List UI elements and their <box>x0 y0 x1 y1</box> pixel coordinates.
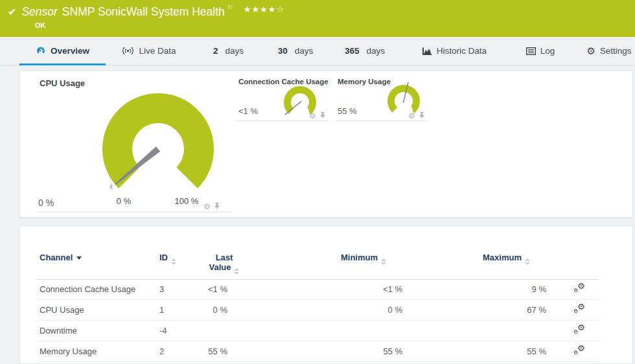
active-tab-underline <box>19 63 106 65</box>
sensor-kind-label: Sensor <box>21 5 57 19</box>
tab-365-days-unit: days <box>367 46 386 56</box>
gears-icon-small: ⚙ <box>573 309 578 314</box>
gauges-panel: CPU Usage x̄ 0 % 100 % 0 % ⚙ Connection … <box>19 70 633 218</box>
channel-maximum: 55 % <box>433 341 546 361</box>
channels-panel: Channel ID Last Value Minimum Maximum Co… <box>19 225 633 364</box>
tab-log-label: Log <box>540 46 555 56</box>
gears-icon: ⚙ <box>577 302 585 311</box>
mem-last-value: 55 % <box>338 106 357 116</box>
mem-tile-gear-icon[interactable]: ⚙ <box>408 112 415 120</box>
cpu-average-marker: x̄ <box>110 183 113 190</box>
tab-overview[interactable]: Overview <box>19 37 106 65</box>
channel-id: 3 <box>159 279 164 299</box>
channel-settings-button[interactable]: ⚙ ⚙ <box>573 300 587 321</box>
table-row: Memory Usage 2 55 % 55 % 55 % ⚙ ⚙ <box>36 341 599 362</box>
status-badge: OK <box>35 21 46 29</box>
channel-id: 2 <box>159 341 164 361</box>
col-header-last-value[interactable]: Last Value <box>189 253 260 275</box>
conn-tile-pin-icon[interactable] <box>319 111 326 120</box>
log-list-icon <box>526 47 536 55</box>
tab-historic-data[interactable]: Historic Data <box>415 37 494 65</box>
col-header-id[interactable]: ID <box>159 253 176 265</box>
gears-icon-small: ⚙ <box>573 330 578 335</box>
tab-log[interactable]: Log <box>522 37 559 65</box>
priority-stars[interactable]: ★★★★☆ <box>244 5 284 14</box>
channel-id: -4 <box>159 321 167 341</box>
channel-minimum: 0 % <box>289 300 402 320</box>
sensor-page: ✔ Sensor SNMP SonicWall System Health ⚐ … <box>0 0 635 364</box>
channel-settings-button[interactable]: ⚙ ⚙ <box>573 341 587 362</box>
channel-id: 1 <box>159 300 164 320</box>
tab-historic-data-label: Historic Data <box>437 46 487 56</box>
col-header-maximum-label: Maximum <box>483 253 522 262</box>
channel-minimum: 55 % <box>289 341 402 361</box>
cpu-gauge-title: CPU Usage <box>40 78 85 88</box>
tab-overview-label: Overview <box>51 46 89 56</box>
col-header-last-label: Last <box>216 253 233 262</box>
cpu-scale-min: 0 % <box>104 196 143 206</box>
channel-maximum: 9 % <box>433 279 546 299</box>
conn-tile-actions: ⚙ <box>309 111 326 120</box>
tab-live-data[interactable]: Live Data <box>117 37 181 65</box>
stars-filled[interactable]: ★★★★ <box>244 5 277 14</box>
conn-tile-divider <box>237 120 328 121</box>
sort-both-icon <box>381 258 386 265</box>
tab-365-days[interactable]: 365 days <box>339 37 391 65</box>
col-header-minimum[interactable]: Minimum <box>289 253 386 265</box>
tab-live-data-label: Live Data <box>139 46 176 56</box>
tab-30-days-number: 30 <box>278 46 288 56</box>
conn-last-value: <1 % <box>238 106 258 116</box>
tab-30-days[interactable]: 30 days <box>272 37 319 65</box>
channel-last-value: <1 % <box>182 279 227 299</box>
channel-last-value: 55 % <box>182 341 227 361</box>
gears-icon-small: ⚙ <box>573 350 578 356</box>
mem-tile-actions: ⚙ <box>408 111 425 120</box>
settings-gear-icon: ⚙ <box>586 46 595 56</box>
channel-settings-button[interactable]: ⚙ ⚙ <box>573 321 587 341</box>
col-header-channel-label: Channel <box>40 253 73 262</box>
tab-2-days[interactable]: 2 days <box>207 37 249 65</box>
gears-icon: ⚙ <box>577 282 585 290</box>
gauge-icon <box>36 46 46 56</box>
col-header-minimum-label: Minimum <box>341 253 378 262</box>
cpu-gauge <box>93 84 223 214</box>
channel-minimum: <1 % <box>289 279 402 299</box>
cpu-tile-actions: ⚙ <box>203 202 220 210</box>
tab-2-days-unit: days <box>225 46 244 56</box>
channel-name: CPU Usage <box>40 300 84 320</box>
tab-2-days-number: 2 <box>213 46 218 56</box>
gears-icon-small: ⚙ <box>573 288 578 293</box>
gears-icon: ⚙ <box>577 344 585 352</box>
conn-tile-gear-icon[interactable]: ⚙ <box>309 112 316 120</box>
col-header-maximum[interactable]: Maximum <box>433 253 530 265</box>
sort-both-icon <box>171 258 176 265</box>
tab-365-days-number: 365 <box>345 46 360 56</box>
cpu-tile-pin-icon[interactable] <box>214 202 220 210</box>
tab-settings-label: Settings <box>600 46 632 56</box>
sort-both-icon <box>234 268 239 275</box>
tab-30-days-unit: days <box>295 46 314 56</box>
stars-empty[interactable]: ☆ <box>276 5 284 14</box>
col-header-id-label: ID <box>159 253 168 262</box>
gears-icon: ⚙ <box>577 323 585 332</box>
col-header-channel[interactable]: Channel <box>40 253 82 262</box>
channel-maximum: 67 % <box>433 300 546 320</box>
sort-both-icon <box>525 258 530 265</box>
sort-desc-icon <box>76 256 82 260</box>
channel-name: Connection Cache Usage <box>40 279 135 299</box>
mem-tile-divider <box>336 120 427 121</box>
area-chart-icon <box>422 47 432 56</box>
cpu-tile-divider <box>36 212 232 212</box>
page-title: SNMP SonicWall System Health <box>62 5 225 19</box>
table-row: Connection Cache Usage 3 <1 % <1 % 9 % ⚙… <box>36 279 599 300</box>
channel-name: Memory Usage <box>40 341 97 361</box>
priority-flag-icon[interactable]: ⚐ <box>227 4 233 11</box>
tab-settings[interactable]: ⚙ Settings <box>583 37 635 65</box>
table-row: Downtime -4 ⚙ ⚙ <box>36 321 599 341</box>
broadcast-icon <box>122 47 134 55</box>
channel-name: Downtime <box>40 321 77 341</box>
mem-tile-pin-icon[interactable] <box>419 111 425 120</box>
cpu-tile-gear-icon[interactable]: ⚙ <box>203 203 211 210</box>
ok-check-icon: ✔ <box>8 6 16 18</box>
channel-settings-button[interactable]: ⚙ ⚙ <box>573 279 587 300</box>
